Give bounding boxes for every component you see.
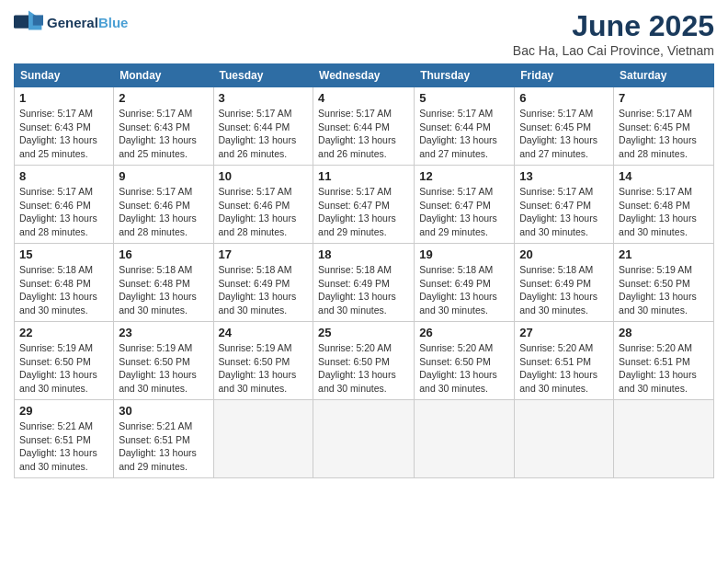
day-number: 22 xyxy=(19,326,108,339)
day-number: 8 xyxy=(19,169,108,183)
day-cell-5: 5Sunrise: 5:17 AMSunset: 6:44 PMDaylight… xyxy=(415,87,515,166)
day-number: 13 xyxy=(519,169,609,183)
week-row-3: 15Sunrise: 5:18 AMSunset: 6:48 PMDayligh… xyxy=(15,244,714,322)
empty-cell xyxy=(614,400,714,478)
day-info: Sunrise: 5:18 AMSunset: 6:49 PMDaylight:… xyxy=(318,263,409,317)
day-info: Sunrise: 5:17 AMSunset: 6:45 PMDaylight:… xyxy=(619,107,709,161)
day-cell-3: 3Sunrise: 5:17 AMSunset: 6:44 PMDaylight… xyxy=(213,87,313,166)
day-cell-1: 1Sunrise: 5:17 AMSunset: 6:43 PMDaylight… xyxy=(15,87,114,166)
logo-icon xyxy=(14,9,43,35)
day-info: Sunrise: 5:18 AMSunset: 6:49 PMDaylight:… xyxy=(519,263,609,317)
day-number: 3 xyxy=(219,91,309,105)
day-number: 14 xyxy=(619,169,709,183)
col-header-monday: Monday xyxy=(114,64,213,87)
day-number: 25 xyxy=(318,326,409,339)
day-cell-26: 26Sunrise: 5:20 AMSunset: 6:50 PMDayligh… xyxy=(415,322,515,400)
day-number: 4 xyxy=(318,91,409,105)
day-info: Sunrise: 5:18 AMSunset: 6:49 PMDaylight:… xyxy=(219,263,309,317)
day-info: Sunrise: 5:17 AMSunset: 6:43 PMDaylight:… xyxy=(19,107,108,161)
day-cell-19: 19Sunrise: 5:18 AMSunset: 6:49 PMDayligh… xyxy=(415,244,515,322)
day-info: Sunrise: 5:18 AMSunset: 6:48 PMDaylight:… xyxy=(19,263,108,317)
day-number: 23 xyxy=(119,326,208,339)
location: Bac Ha, Lao Cai Province, Vietnam xyxy=(513,43,714,58)
col-header-wednesday: Wednesday xyxy=(313,64,415,87)
day-number: 26 xyxy=(419,326,509,339)
day-cell-15: 15Sunrise: 5:18 AMSunset: 6:48 PMDayligh… xyxy=(15,244,114,322)
day-info: Sunrise: 5:20 AMSunset: 6:51 PMDaylight:… xyxy=(519,341,609,396)
col-header-sunday: Sunday xyxy=(15,64,114,87)
day-number: 7 xyxy=(619,91,709,105)
day-cell-29: 29Sunrise: 5:21 AMSunset: 6:51 PMDayligh… xyxy=(15,400,114,478)
day-info: Sunrise: 5:20 AMSunset: 6:50 PMDaylight:… xyxy=(318,341,409,396)
calendar-header-row: SundayMondayTuesdayWednesdayThursdayFrid… xyxy=(15,64,714,87)
day-info: Sunrise: 5:17 AMSunset: 6:47 PMDaylight:… xyxy=(419,185,509,239)
day-cell-13: 13Sunrise: 5:17 AMSunset: 6:47 PMDayligh… xyxy=(515,166,614,244)
day-cell-11: 11Sunrise: 5:17 AMSunset: 6:47 PMDayligh… xyxy=(313,166,415,244)
day-cell-7: 7Sunrise: 5:17 AMSunset: 6:45 PMDaylight… xyxy=(614,87,714,166)
empty-cell xyxy=(213,400,313,478)
day-number: 29 xyxy=(19,404,108,418)
week-row-1: 1Sunrise: 5:17 AMSunset: 6:43 PMDaylight… xyxy=(15,87,714,166)
day-info: Sunrise: 5:17 AMSunset: 6:47 PMDaylight:… xyxy=(318,185,409,239)
day-number: 21 xyxy=(619,247,709,261)
day-number: 5 xyxy=(419,91,509,105)
day-info: Sunrise: 5:19 AMSunset: 6:50 PMDaylight:… xyxy=(19,341,108,396)
col-header-thursday: Thursday xyxy=(415,64,515,87)
day-cell-20: 20Sunrise: 5:18 AMSunset: 6:49 PMDayligh… xyxy=(515,244,614,322)
day-info: Sunrise: 5:17 AMSunset: 6:45 PMDaylight:… xyxy=(519,107,609,161)
day-info: Sunrise: 5:17 AMSunset: 6:46 PMDaylight:… xyxy=(119,185,208,239)
day-cell-4: 4Sunrise: 5:17 AMSunset: 6:44 PMDaylight… xyxy=(313,87,415,166)
day-number: 1 xyxy=(19,91,108,105)
day-number: 18 xyxy=(318,247,409,261)
day-cell-23: 23Sunrise: 5:19 AMSunset: 6:50 PMDayligh… xyxy=(114,322,213,400)
day-info: Sunrise: 5:21 AMSunset: 6:51 PMDaylight:… xyxy=(19,419,108,474)
logo: GeneralBlue xyxy=(14,9,128,35)
day-cell-24: 24Sunrise: 5:19 AMSunset: 6:50 PMDayligh… xyxy=(213,322,313,400)
week-row-2: 8Sunrise: 5:17 AMSunset: 6:46 PMDaylight… xyxy=(15,166,714,244)
day-number: 6 xyxy=(519,91,609,105)
empty-cell xyxy=(415,400,515,478)
day-cell-21: 21Sunrise: 5:19 AMSunset: 6:50 PMDayligh… xyxy=(614,244,714,322)
day-info: Sunrise: 5:17 AMSunset: 6:44 PMDaylight:… xyxy=(219,107,309,161)
day-cell-2: 2Sunrise: 5:17 AMSunset: 6:43 PMDaylight… xyxy=(114,87,213,166)
day-info: Sunrise: 5:19 AMSunset: 6:50 PMDaylight:… xyxy=(119,341,208,396)
day-info: Sunrise: 5:17 AMSunset: 6:48 PMDaylight:… xyxy=(619,185,709,239)
month-title: June 2025 xyxy=(513,9,714,43)
day-info: Sunrise: 5:17 AMSunset: 6:44 PMDaylight:… xyxy=(419,107,509,161)
logo-text: GeneralBlue xyxy=(47,15,128,30)
day-cell-27: 27Sunrise: 5:20 AMSunset: 6:51 PMDayligh… xyxy=(515,322,614,400)
day-info: Sunrise: 5:18 AMSunset: 6:49 PMDaylight:… xyxy=(419,263,509,317)
day-cell-22: 22Sunrise: 5:19 AMSunset: 6:50 PMDayligh… xyxy=(15,322,114,400)
week-row-4: 22Sunrise: 5:19 AMSunset: 6:50 PMDayligh… xyxy=(15,322,714,400)
day-cell-14: 14Sunrise: 5:17 AMSunset: 6:48 PMDayligh… xyxy=(614,166,714,244)
day-cell-6: 6Sunrise: 5:17 AMSunset: 6:45 PMDaylight… xyxy=(515,87,614,166)
day-number: 17 xyxy=(219,247,309,261)
empty-cell xyxy=(515,400,614,478)
day-cell-10: 10Sunrise: 5:17 AMSunset: 6:46 PMDayligh… xyxy=(213,166,313,244)
day-cell-18: 18Sunrise: 5:18 AMSunset: 6:49 PMDayligh… xyxy=(313,244,415,322)
day-cell-8: 8Sunrise: 5:17 AMSunset: 6:46 PMDaylight… xyxy=(15,166,114,244)
day-number: 27 xyxy=(519,326,609,339)
week-row-5: 29Sunrise: 5:21 AMSunset: 6:51 PMDayligh… xyxy=(15,400,714,478)
day-number: 24 xyxy=(219,326,309,339)
day-info: Sunrise: 5:20 AMSunset: 6:51 PMDaylight:… xyxy=(619,341,709,396)
day-number: 19 xyxy=(419,247,509,261)
page-header: GeneralBlue June 2025 Bac Ha, Lao Cai Pr… xyxy=(14,9,714,58)
day-number: 30 xyxy=(119,404,208,418)
day-number: 16 xyxy=(119,247,208,261)
col-header-friday: Friday xyxy=(515,64,614,87)
day-number: 11 xyxy=(318,169,409,183)
day-cell-12: 12Sunrise: 5:17 AMSunset: 6:47 PMDayligh… xyxy=(415,166,515,244)
day-info: Sunrise: 5:21 AMSunset: 6:51 PMDaylight:… xyxy=(119,419,208,474)
day-info: Sunrise: 5:19 AMSunset: 6:50 PMDaylight:… xyxy=(219,341,309,396)
day-cell-28: 28Sunrise: 5:20 AMSunset: 6:51 PMDayligh… xyxy=(614,322,714,400)
day-info: Sunrise: 5:17 AMSunset: 6:46 PMDaylight:… xyxy=(19,185,108,239)
day-cell-16: 16Sunrise: 5:18 AMSunset: 6:48 PMDayligh… xyxy=(114,244,213,322)
day-info: Sunrise: 5:17 AMSunset: 6:43 PMDaylight:… xyxy=(119,107,208,161)
day-info: Sunrise: 5:19 AMSunset: 6:50 PMDaylight:… xyxy=(619,263,709,317)
day-info: Sunrise: 5:18 AMSunset: 6:48 PMDaylight:… xyxy=(119,263,208,317)
day-info: Sunrise: 5:20 AMSunset: 6:50 PMDaylight:… xyxy=(419,341,509,396)
day-cell-17: 17Sunrise: 5:18 AMSunset: 6:49 PMDayligh… xyxy=(213,244,313,322)
day-number: 12 xyxy=(419,169,509,183)
col-header-tuesday: Tuesday xyxy=(213,64,313,87)
